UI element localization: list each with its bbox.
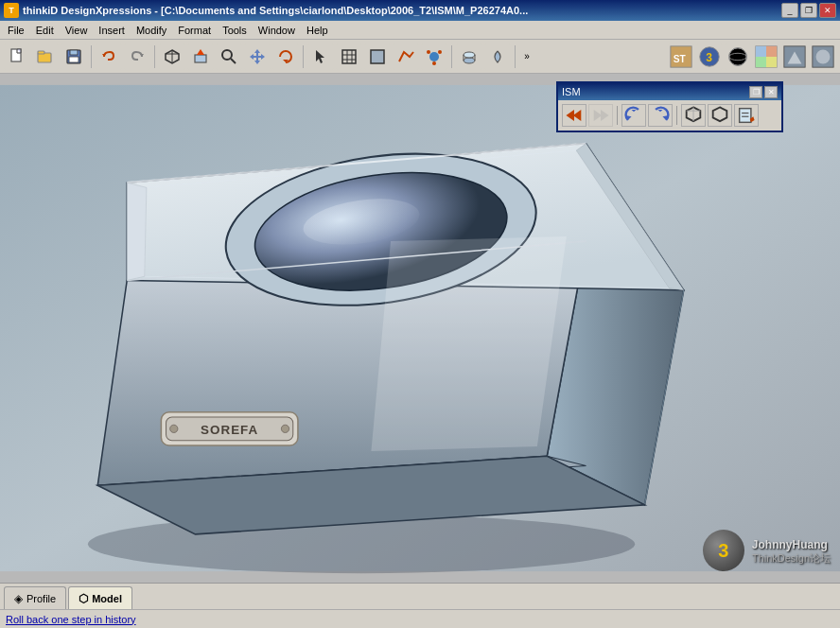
svg-text:ST: ST xyxy=(674,53,687,63)
ism-title-label: ISM xyxy=(562,86,581,97)
ism-rotate-right-button[interactable] xyxy=(648,104,673,127)
menu-insert[interactable]: Insert xyxy=(93,23,131,38)
viewport[interactable]: SOREFA ISM xyxy=(0,74,840,583)
menu-edit[interactable]: Edit xyxy=(30,23,60,38)
menu-file[interactable]: File xyxy=(2,23,30,38)
svg-point-28 xyxy=(432,61,436,65)
ism-forward-button[interactable] xyxy=(588,104,613,127)
model-tab[interactable]: ⬡ Model xyxy=(68,586,132,609)
zoom-button[interactable] xyxy=(216,44,242,70)
svg-rect-4 xyxy=(38,51,44,54)
profile-tab-icon: ◈ xyxy=(14,592,23,605)
menu-window[interactable]: Window xyxy=(253,23,301,38)
svg-text:3: 3 xyxy=(706,50,712,63)
svg-point-25 xyxy=(429,52,439,61)
svg-marker-71 xyxy=(573,110,582,121)
ism-rotate-left-button[interactable] xyxy=(621,104,646,127)
viewport-logo: 3 JohnnyHuang ThinkDesign论坛 xyxy=(703,530,831,573)
svg-marker-13 xyxy=(197,49,204,55)
svg-point-60 xyxy=(170,425,178,432)
svg-rect-24 xyxy=(371,50,384,63)
rotate-button[interactable] xyxy=(272,44,299,70)
view-preset1[interactable] xyxy=(781,44,808,70)
undo-button[interactable] xyxy=(96,44,122,70)
svg-marker-8 xyxy=(102,54,106,57)
status-bar: Roll back one step in history xyxy=(0,609,840,628)
pan-button[interactable] xyxy=(244,44,271,70)
model-tab-label: Model xyxy=(92,593,122,604)
ism-wire-button[interactable] xyxy=(708,104,732,127)
ism-close-button[interactable]: ✕ xyxy=(764,86,778,98)
logo-line1: JohnnyHuang xyxy=(752,538,831,551)
menu-view[interactable]: View xyxy=(60,23,94,38)
sep-4 xyxy=(451,45,452,68)
redo-button[interactable] xyxy=(124,44,150,70)
svg-marker-73 xyxy=(594,110,603,121)
main-toolbar: » ST 3 xyxy=(0,40,840,74)
window-title: thinkiD DesignXpressions - [C:\Documents… xyxy=(23,5,528,16)
logo-line2: ThinkDesign论坛 xyxy=(752,551,831,566)
toolbar-more-button[interactable]: » xyxy=(519,44,534,70)
svg-marker-72 xyxy=(601,110,609,121)
vertex-button[interactable] xyxy=(421,44,447,70)
sep-3 xyxy=(303,45,304,68)
new-button[interactable] xyxy=(4,44,30,70)
save-button[interactable] xyxy=(61,44,87,70)
select-button[interactable] xyxy=(307,44,334,70)
minimize-button[interactable]: _ xyxy=(781,3,798,18)
edge-button[interactable] xyxy=(393,44,419,70)
ism-restore-button[interactable]: ❐ xyxy=(749,86,762,98)
sphere-button[interactable] xyxy=(725,44,751,70)
menu-help[interactable]: Help xyxy=(301,23,334,38)
title-bar-left: T thinkiD DesignXpressions - [C:\Documen… xyxy=(4,3,528,18)
menu-format[interactable]: Format xyxy=(172,23,217,38)
ism-title-bar[interactable]: ISM ❐ ✕ xyxy=(558,83,781,100)
status-message: Roll back one step in history xyxy=(6,614,136,625)
menu-bar: File Edit View Insert Modify Format Tool… xyxy=(0,21,840,40)
open-button[interactable] xyxy=(32,44,59,70)
ism-toolbar xyxy=(558,100,781,131)
svg-rect-7 xyxy=(69,57,79,62)
svg-marker-67 xyxy=(371,236,567,451)
svg-text:SOREFA: SOREFA xyxy=(201,423,258,437)
main-area: SOREFA ISM xyxy=(0,74,840,583)
ism-edit-button[interactable] xyxy=(734,104,759,127)
menu-tools[interactable]: Tools xyxy=(217,23,253,38)
face-button[interactable] xyxy=(364,44,391,70)
model-tab-icon: ⬡ xyxy=(79,592,88,605)
render-button[interactable]: ST xyxy=(668,44,694,70)
mesh-button[interactable] xyxy=(336,44,362,70)
title-bar: T thinkiD DesignXpressions - [C:\Documen… xyxy=(0,0,840,21)
ism-title-controls: ❐ ✕ xyxy=(749,86,778,98)
svg-point-14 xyxy=(222,50,232,60)
pushpull-button[interactable] xyxy=(187,44,214,70)
svg-rect-19 xyxy=(342,50,356,63)
svg-point-30 xyxy=(464,52,475,58)
scene-button[interactable]: 3 xyxy=(696,44,723,70)
svg-rect-41 xyxy=(756,45,766,56)
svg-marker-70 xyxy=(566,110,574,121)
view-preset2[interactable] xyxy=(810,44,836,70)
svg-marker-16 xyxy=(250,49,265,64)
box-button[interactable] xyxy=(159,44,185,70)
svg-rect-42 xyxy=(766,45,777,56)
svg-rect-43 xyxy=(756,57,766,67)
revolve-button[interactable] xyxy=(484,44,511,70)
ism-back-button[interactable] xyxy=(562,104,586,127)
sep-2 xyxy=(154,45,155,68)
profile-tab-label: Profile xyxy=(26,593,56,604)
extrude-button[interactable] xyxy=(456,44,482,70)
restore-button[interactable]: ❐ xyxy=(800,3,817,18)
menu-modify[interactable]: Modify xyxy=(131,23,172,38)
svg-marker-65 xyxy=(127,183,147,280)
logo-circle: 3 xyxy=(703,530,744,571)
title-bar-controls: _ ❐ ✕ xyxy=(781,3,836,18)
svg-point-27 xyxy=(438,50,442,54)
material-button[interactable] xyxy=(753,44,779,70)
sep-5 xyxy=(515,45,516,68)
svg-marker-9 xyxy=(140,54,144,57)
ism-3d-view-button[interactable] xyxy=(681,104,706,127)
profile-tab[interactable]: ◈ Profile xyxy=(4,586,66,609)
ism-panel: ISM ❐ ✕ xyxy=(556,81,783,132)
close-button[interactable]: ✕ xyxy=(819,3,836,18)
